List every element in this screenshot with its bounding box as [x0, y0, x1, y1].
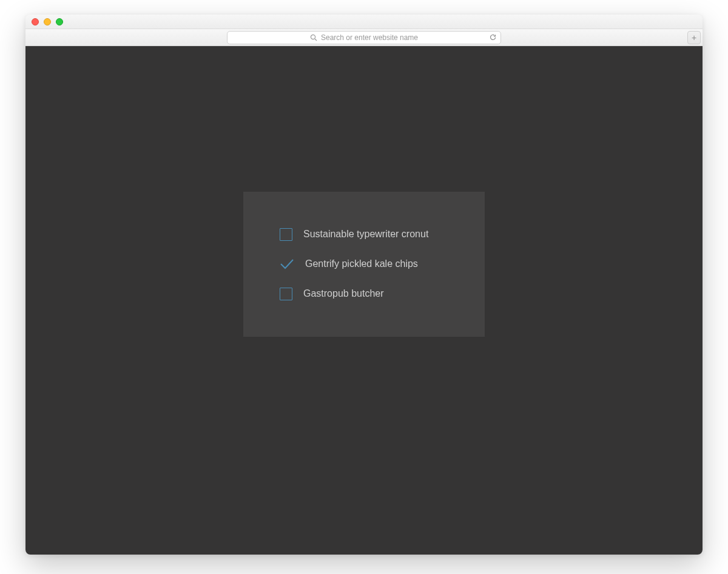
- plus-icon: +: [692, 33, 696, 42]
- checkbox-label: Gentrify pickled kale chips: [305, 258, 418, 269]
- checkbox-unchecked-icon: [280, 288, 292, 300]
- address-bar-placeholder: Search or enter website name: [321, 33, 418, 42]
- checkbox-panel: Sustainable typewriter cronut Gentrify p…: [243, 192, 485, 337]
- traffic-lights: [32, 18, 63, 25]
- svg-line-1: [315, 39, 317, 41]
- minimize-window-button[interactable]: [44, 18, 51, 25]
- checkbox-row[interactable]: Gentrify pickled kale chips: [280, 258, 448, 271]
- page-content: Sustainable typewriter cronut Gentrify p…: [25, 46, 703, 555]
- checkbox-row[interactable]: Sustainable typewriter cronut: [280, 228, 448, 241]
- address-bar[interactable]: Search or enter website name: [227, 31, 501, 44]
- checkbox-checked-icon: [280, 258, 294, 271]
- window-titlebar: [25, 15, 703, 29]
- zoom-window-button[interactable]: [56, 18, 63, 25]
- search-icon: [310, 34, 317, 41]
- new-tab-button[interactable]: +: [687, 31, 701, 44]
- browser-toolbar: Search or enter website name +: [25, 29, 703, 46]
- browser-window: Search or enter website name + Sustainab…: [25, 15, 703, 555]
- close-window-button[interactable]: [32, 18, 39, 25]
- checkbox-unchecked-icon: [280, 228, 292, 241]
- checkbox-row[interactable]: Gastropub butcher: [280, 288, 448, 300]
- checkbox-list: Sustainable typewriter cronut Gentrify p…: [280, 228, 448, 300]
- checkbox-label: Sustainable typewriter cronut: [303, 229, 428, 240]
- svg-point-0: [311, 35, 315, 39]
- refresh-icon[interactable]: [489, 33, 497, 41]
- checkbox-label: Gastropub butcher: [303, 288, 384, 299]
